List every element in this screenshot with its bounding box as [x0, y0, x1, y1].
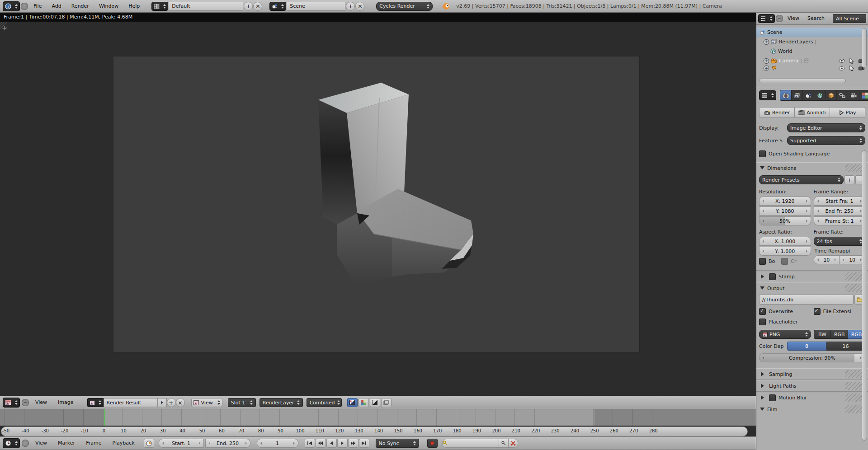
- outliner-row-partial[interactable]: +: [756, 66, 868, 71]
- timeline-tracks[interactable]: [0, 409, 756, 426]
- scene-icon-button[interactable]: [269, 2, 286, 11]
- tab-world[interactable]: [814, 90, 826, 100]
- play-rendered-button[interactable]: Play: [830, 107, 865, 118]
- play-button[interactable]: [337, 439, 348, 448]
- tl-menu-view[interactable]: View: [31, 436, 52, 450]
- collapse-outliner-icon[interactable]: −: [776, 15, 783, 22]
- stamp-checkbox[interactable]: [769, 273, 776, 280]
- end-frame-prop-field[interactable]: End Fr: 250: [814, 206, 866, 216]
- compression-slider[interactable]: Compression: 90%: [759, 353, 865, 362]
- expand-icon[interactable]: +: [764, 39, 769, 45]
- expand-icon[interactable]: +: [764, 58, 769, 64]
- resolution-x-field[interactable]: X: 1920: [759, 197, 811, 206]
- color-mode-bw[interactable]: BW: [814, 330, 831, 339]
- display-mode-select[interactable]: Image Editor: [787, 123, 865, 132]
- current-frame-playhead[interactable]: [104, 409, 105, 426]
- preview-range-button[interactable]: [144, 439, 154, 448]
- insert-keyframe-button[interactable]: [499, 439, 509, 448]
- fake-user-button[interactable]: F: [158, 398, 167, 407]
- slot-select[interactable]: Slot 1: [228, 398, 256, 407]
- depth-16-button[interactable]: 16: [826, 342, 865, 351]
- expand-icon[interactable]: +: [764, 66, 769, 71]
- outliner-menu-view[interactable]: View: [784, 13, 803, 24]
- film-panel-header[interactable]: Film: [759, 404, 865, 415]
- light-paths-panel-header[interactable]: Light Paths: [759, 380, 865, 391]
- tab-render-layers[interactable]: [792, 90, 803, 100]
- output-panel-header[interactable]: Output: [759, 283, 865, 294]
- visibility-eye-icon[interactable]: [839, 59, 845, 63]
- motion-blur-checkbox[interactable]: [769, 394, 776, 401]
- add-scene-button[interactable]: +: [346, 2, 355, 11]
- placeholder-checkbox[interactable]: [759, 319, 766, 325]
- draw-color-alpha-button[interactable]: [347, 398, 358, 407]
- motion-blur-panel-header[interactable]: Motion Blur: [759, 392, 865, 403]
- outliner-row-camera[interactable]: + Camera |: [756, 56, 868, 66]
- tab-texture[interactable]: [859, 90, 868, 100]
- image-menu-view[interactable]: View: [31, 396, 52, 409]
- aspect-x-field[interactable]: X: 1.000: [759, 237, 811, 246]
- feature-set-select[interactable]: Supported: [787, 136, 865, 145]
- aspect-y-field[interactable]: Y: 1.000: [759, 247, 811, 256]
- editor-type-image-button[interactable]: [3, 398, 20, 408]
- tl-menu-marker[interactable]: Marker: [53, 436, 80, 450]
- collapse-imghdr-icon[interactable]: −: [22, 399, 29, 406]
- output-path-field[interactable]: //Thumbs.db: [759, 295, 854, 305]
- stamp-panel-header[interactable]: Stamp: [759, 271, 865, 282]
- editor-type-info-button[interactable]: i: [3, 1, 20, 11]
- outliner-row-world[interactable]: World: [756, 47, 868, 56]
- osl-checkbox[interactable]: [759, 150, 766, 157]
- delete-scene-button[interactable]: ×: [355, 2, 364, 11]
- menu-help[interactable]: Help: [124, 0, 144, 13]
- delete-layout-button[interactable]: ×: [253, 2, 262, 11]
- overwrite-checkbox[interactable]: [759, 308, 766, 315]
- frame-step-field[interactable]: Frame St: 1: [814, 216, 866, 225]
- visibility-eye-icon[interactable]: [839, 66, 845, 70]
- remap-old-field[interactable]: 10: [814, 255, 840, 264]
- editor-type-properties-button[interactable]: [759, 90, 776, 100]
- view-mode-select[interactable]: View: [191, 398, 222, 407]
- timeline-frame-scrollbar[interactable]: -50-40-30-20-100102030405060708090100110…: [1, 427, 748, 436]
- draw-color-button[interactable]: [359, 398, 369, 407]
- tab-constraints[interactable]: [837, 90, 848, 100]
- fps-select[interactable]: 24 fps: [814, 237, 866, 246]
- prev-keyframe-button[interactable]: [316, 439, 326, 448]
- render-layer-select[interactable]: RenderLayer: [259, 398, 303, 407]
- file-format-select[interactable]: PNG: [759, 330, 811, 339]
- border-checkbox[interactable]: [759, 258, 766, 265]
- record-button[interactable]: [427, 439, 438, 448]
- sync-mode-select[interactable]: No Sync: [376, 439, 419, 448]
- jump-to-end-button[interactable]: [359, 439, 369, 448]
- tl-menu-playback[interactable]: Playback: [108, 436, 139, 450]
- new-image-button[interactable]: +: [167, 398, 176, 407]
- tab-object[interactable]: [826, 90, 837, 100]
- screen-layout-field[interactable]: Default: [169, 2, 243, 11]
- keying-set-field[interactable]: [442, 439, 499, 448]
- menu-window[interactable]: Window: [94, 0, 123, 13]
- tab-scene[interactable]: [803, 90, 814, 100]
- menu-file[interactable]: File: [29, 0, 46, 13]
- end-frame-field[interactable]: End: 250: [205, 439, 250, 448]
- resolution-percent-slider[interactable]: 50%: [759, 216, 811, 225]
- add-layout-button[interactable]: +: [244, 2, 253, 11]
- dimensions-panel-header[interactable]: Dimensions: [759, 163, 865, 173]
- color-mode-rgb[interactable]: RGB: [831, 330, 848, 339]
- outliner-horizontal-scrollbar[interactable]: [759, 79, 846, 83]
- render-presets-select[interactable]: Render Presets: [759, 175, 844, 184]
- scene-name-field[interactable]: Scene: [287, 2, 345, 11]
- outliner-row-scene[interactable]: Scene: [756, 28, 868, 37]
- tl-menu-frame[interactable]: Frame: [81, 436, 106, 450]
- render-animation-button[interactable]: Animati: [795, 107, 830, 118]
- delete-keyframe-button[interactable]: [508, 439, 518, 448]
- selectability-cursor-icon[interactable]: [849, 66, 854, 71]
- outliner-vertical-scrollbar[interactable]: [862, 28, 867, 68]
- outliner-menu-search[interactable]: Search: [804, 13, 828, 24]
- properties-vertical-scrollbar[interactable]: [862, 150, 867, 441]
- play-reverse-button[interactable]: [326, 439, 337, 448]
- sampling-panel-header[interactable]: Sampling: [759, 369, 865, 380]
- draw-zbuffer-button[interactable]: [381, 398, 392, 407]
- render-still-button[interactable]: Render: [759, 107, 795, 118]
- editor-type-outliner-button[interactable]: [758, 14, 775, 23]
- next-keyframe-button[interactable]: [348, 439, 359, 448]
- current-frame-field[interactable]: 1: [257, 439, 298, 448]
- editor-type-timeline-button[interactable]: [3, 438, 20, 448]
